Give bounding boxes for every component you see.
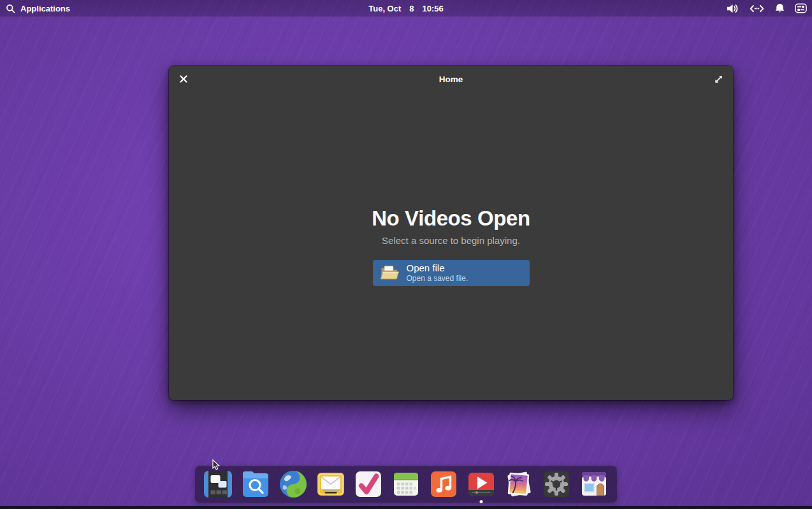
system-settings-icon — [541, 469, 572, 499]
sound-icon — [726, 3, 739, 14]
dock-item-photos[interactable] — [504, 469, 534, 499]
datetime-indicator[interactable]: Tue, Oct 8 10:56 — [368, 0, 444, 17]
empty-state-subtitle: Select a source to begin playing. — [382, 235, 520, 246]
top-panel: Applications Tue, Oct 8 10:56 — [0, 0, 812, 17]
dock-item-system-settings[interactable] — [541, 469, 572, 499]
close-icon — [180, 75, 187, 83]
dock-item-videos[interactable] — [466, 469, 497, 499]
folder-icon — [380, 265, 400, 282]
appcenter-icon — [579, 469, 609, 499]
mouse-cursor-icon — [210, 459, 221, 472]
dock-item-multitasking-view[interactable] — [203, 469, 233, 499]
headerbar[interactable]: Home — [169, 66, 733, 92]
open-file-button[interactable]: Open file Open a saved file. — [373, 260, 530, 286]
panel-date: Tue, Oct — [368, 4, 401, 13]
dock-item-mail[interactable] — [315, 469, 346, 499]
dock-item-appcenter[interactable] — [579, 469, 609, 499]
dock-item-tasks[interactable] — [353, 469, 384, 499]
dock-item-files[interactable] — [240, 469, 271, 499]
open-file-label: Open file — [407, 262, 468, 273]
dock-item-music[interactable] — [428, 469, 459, 499]
dock-item-web-browser[interactable] — [278, 469, 308, 499]
notifications-indicator[interactable] — [774, 3, 785, 14]
panel-time: 10:56 — [423, 4, 444, 13]
mail-icon — [315, 469, 346, 499]
music-icon — [428, 469, 459, 499]
dock-item-calendar[interactable] — [391, 469, 421, 499]
videos-app-window: Home No Videos Open Select a source to b… — [169, 66, 733, 400]
close-button[interactable] — [177, 72, 191, 86]
applications-menu[interactable]: Applications — [6, 0, 70, 17]
empty-state: No Videos Open Select a source to begin … — [169, 92, 733, 400]
open-file-description: Open a saved file. — [407, 275, 468, 283]
network-indicator[interactable] — [749, 3, 765, 14]
screen-edge-strip — [0, 506, 812, 509]
panel-day: 8 — [409, 4, 414, 13]
search-icon — [6, 4, 15, 13]
multitasking-view-icon — [203, 469, 233, 499]
notifications-icon — [774, 3, 785, 14]
web-browser-icon — [278, 469, 308, 499]
empty-state-title: No Videos Open — [372, 206, 530, 231]
dock — [195, 466, 617, 503]
session-indicator[interactable] — [795, 3, 807, 13]
panel-indicators — [726, 0, 807, 17]
open-file-text: Open file Open a saved file. — [407, 262, 468, 283]
files-icon — [240, 469, 271, 499]
photos-icon — [504, 469, 534, 499]
videos-icon — [466, 469, 497, 499]
calendar-icon — [391, 469, 421, 499]
window-title: Home — [439, 75, 463, 84]
sound-indicator[interactable] — [726, 3, 739, 14]
running-indicator-dot — [480, 500, 483, 503]
tasks-icon — [353, 469, 384, 499]
applications-label: Applications — [20, 4, 70, 13]
network-icon — [749, 3, 765, 14]
maximize-button[interactable] — [711, 72, 725, 86]
session-icon — [795, 3, 807, 13]
maximize-icon — [714, 75, 723, 84]
